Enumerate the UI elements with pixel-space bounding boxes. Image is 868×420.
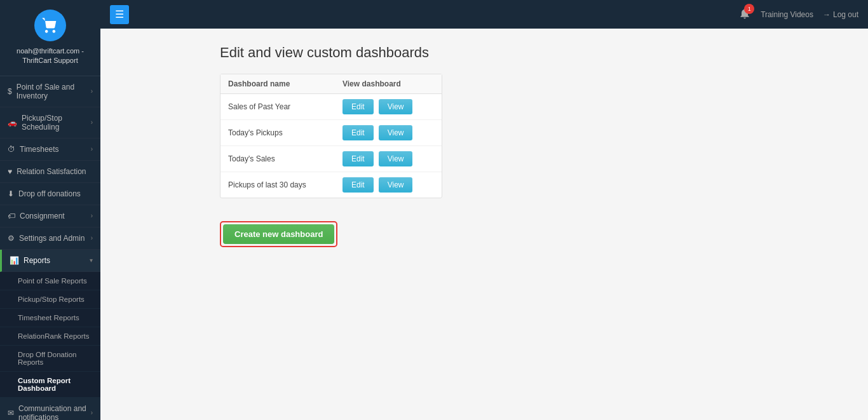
- submenu-dropoff-reports[interactable]: Drop Off Donation Reports: [0, 346, 100, 372]
- cart-icon: [41, 17, 59, 34]
- dashboard-table: Dashboard name View dashboard Sales of P…: [220, 74, 442, 198]
- logout-link[interactable]: → Log out: [823, 10, 858, 19]
- sidebar-item-communication[interactable]: ✉ Communication and notifications ›: [0, 398, 100, 420]
- heart-icon: ♥: [8, 167, 12, 176]
- sidebar-item-label: Reports: [24, 256, 50, 265]
- col-name-header: Dashboard name: [228, 79, 342, 88]
- sidebar-item-pos[interactable]: $ Point of Sale and Inventory ›: [0, 76, 100, 107]
- clock-icon: ⏱: [8, 145, 15, 154]
- create-dashboard-button[interactable]: Create new dashboard: [223, 224, 334, 244]
- table-header: Dashboard name View dashboard: [220, 74, 442, 94]
- page-title: Edit and view custom dashboards: [220, 44, 849, 61]
- dashboard-name: Pickups of last 30 days: [228, 180, 342, 189]
- submenu-custom-reports[interactable]: Custom Report Dashboard: [0, 372, 100, 398]
- sidebar-item-label: Pickup/Stop Scheduling: [22, 114, 91, 132]
- view-button[interactable]: View: [379, 151, 413, 166]
- view-button[interactable]: View: [379, 99, 413, 114]
- dashboard-name: Sales of Past Year: [228, 102, 342, 111]
- sidebar-item-label: Point of Sale and Inventory: [17, 83, 91, 100]
- chart-icon: 📊: [10, 256, 19, 265]
- logout-arrow-icon: →: [823, 10, 831, 19]
- topbar-left: ☰: [110, 5, 129, 24]
- notification-icon[interactable]: 1: [738, 7, 751, 22]
- view-button[interactable]: View: [379, 125, 413, 140]
- row-actions: Edit View: [342, 151, 431, 166]
- sidebar-user-info: noah@thriftcart.com - ThriftCart Support: [6, 46, 94, 66]
- topbar: ☰ 1 Training Videos → Log out: [100, 0, 868, 29]
- training-videos-link[interactable]: Training Videos: [761, 10, 813, 19]
- chevron-icon: ›: [91, 212, 93, 219]
- sidebar-bottom: ✉ Communication and notifications › ? He…: [0, 398, 100, 420]
- logout-label: Log out: [833, 10, 858, 19]
- view-button[interactable]: View: [379, 177, 413, 193]
- notification-badge: 1: [744, 4, 754, 14]
- sidebar-item-label: Settings and Admin: [19, 234, 85, 243]
- dropoff-icon: ⬇: [8, 189, 14, 198]
- sidebar-item-reports[interactable]: 📊 Reports ▾: [0, 250, 100, 272]
- reports-submenu: Point of Sale Reports Pickup/Stop Report…: [0, 272, 100, 398]
- sidebar-item-label: Timesheets: [20, 145, 59, 154]
- create-button-highlight: Create new dashboard: [220, 221, 337, 247]
- submenu-pickup-reports[interactable]: Pickup/Stop Reports: [0, 290, 100, 309]
- app-logo: [34, 10, 66, 41]
- chevron-icon: ›: [91, 234, 93, 241]
- hamburger-button[interactable]: ☰: [110, 5, 129, 24]
- sidebar-item-timesheets[interactable]: ⏱ Timesheets ›: [0, 139, 100, 161]
- row-actions: Edit View: [342, 99, 431, 114]
- dashboard-name: Today's Pickups: [228, 128, 342, 137]
- sidebar-item-label: Drop off donations: [18, 189, 81, 198]
- col-view-header: View dashboard: [342, 79, 431, 88]
- table-row: Today's Sales Edit View: [220, 146, 442, 172]
- sidebar-item-dropoff[interactable]: ⬇ Drop off donations: [0, 183, 100, 205]
- submenu-timesheet-reports[interactable]: Timesheet Reports: [0, 309, 100, 327]
- main-content: Edit and view custom dashboards Dashboar…: [201, 29, 868, 420]
- chevron-icon: ›: [91, 119, 93, 126]
- table-row: Sales of Past Year Edit View: [220, 94, 442, 120]
- edit-button[interactable]: Edit: [342, 99, 374, 114]
- row-actions: Edit View: [342, 177, 431, 193]
- sidebar-item-label: Communication and notifications: [18, 404, 91, 420]
- chevron-icon: ▾: [90, 257, 93, 264]
- table-row: Today's Pickups Edit View: [220, 120, 442, 146]
- edit-button[interactable]: Edit: [342, 177, 374, 193]
- dollar-icon: $: [8, 87, 12, 96]
- dashboard-name: Today's Sales: [228, 154, 342, 163]
- submenu-relation-reports[interactable]: RelationRank Reports: [0, 327, 100, 346]
- submenu-pos-reports[interactable]: Point of Sale Reports: [0, 272, 100, 290]
- sidebar-item-label: Relation Satisfaction: [17, 167, 86, 176]
- sidebar-header: noah@thriftcart.com - ThriftCart Support: [0, 0, 100, 76]
- topbar-right: 1 Training Videos → Log out: [738, 7, 858, 22]
- tag-icon: 🏷: [8, 212, 15, 220]
- sidebar-item-settings[interactable]: ⚙ Settings and Admin ›: [0, 227, 100, 250]
- chevron-icon: ›: [91, 409, 93, 416]
- chevron-icon: ›: [91, 146, 93, 152]
- sidebar-item-relation[interactable]: ♥ Relation Satisfaction: [0, 161, 100, 183]
- edit-button[interactable]: Edit: [342, 151, 374, 166]
- create-button-wrapper: Create new dashboard: [220, 210, 849, 247]
- sidebar-item-pickup[interactable]: 🚗 Pickup/Stop Scheduling ›: [0, 107, 100, 139]
- car-icon: 🚗: [8, 118, 17, 127]
- edit-button[interactable]: Edit: [342, 125, 374, 140]
- gear-icon: ⚙: [8, 234, 15, 243]
- table-row: Pickups of last 30 days Edit View: [220, 172, 442, 198]
- chevron-icon: ›: [91, 88, 93, 95]
- row-actions: Edit View: [342, 125, 431, 140]
- sidebar-item-label: Consignment: [20, 212, 65, 220]
- sidebar: noah@thriftcart.com - ThriftCart Support…: [0, 0, 100, 420]
- sidebar-item-consignment[interactable]: 🏷 Consignment ›: [0, 205, 100, 227]
- mail-icon: ✉: [8, 409, 14, 417]
